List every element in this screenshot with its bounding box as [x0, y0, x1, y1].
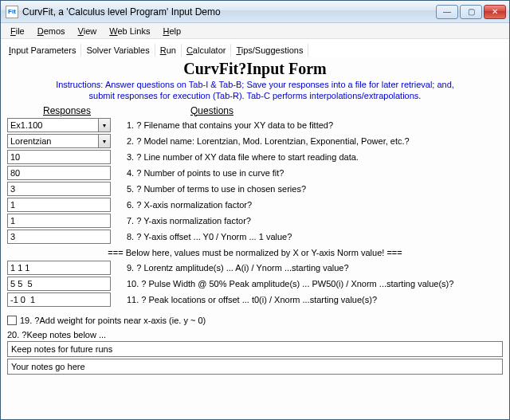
- form-area: CurvFit?Input Form Instructions: Answer …: [1, 57, 509, 419]
- header-questions: Questions: [127, 105, 503, 116]
- response-input[interactable]: [7, 214, 111, 228]
- response-input[interactable]: [7, 182, 111, 196]
- response-input[interactable]: [7, 277, 111, 291]
- input-row: 5. ? Number of terms to use in chosen se…: [7, 182, 503, 197]
- question-text: 2. ? Model name: Lorentzian, Mod. Lorent…: [111, 136, 503, 146]
- response-cell: ▾: [7, 134, 111, 148]
- form-title: CurvFit?Input Form: [7, 60, 503, 78]
- response-cell: [7, 292, 111, 307]
- response-input[interactable]: [7, 292, 111, 307]
- chevron-down-icon[interactable]: ▾: [98, 134, 111, 148]
- menubar: File Demos View Web Links Help: [1, 23, 509, 39]
- menu-file[interactable]: File: [4, 25, 31, 37]
- tab-solver-variables[interactable]: Solver Variables: [81, 44, 155, 57]
- window-controls: — ▢ ✕: [436, 5, 506, 19]
- menu-weblinks[interactable]: Web Links: [103, 25, 156, 37]
- question-text: 1. ? Filename that contains your XY data…: [111, 120, 503, 130]
- weight-checkbox-label: 19. ?Add weight for points near x-axis (…: [20, 316, 206, 325]
- combo-box[interactable]: ▾: [7, 134, 111, 148]
- menu-view[interactable]: View: [72, 25, 104, 37]
- response-cell: ▾: [7, 118, 111, 132]
- app-icon: Fit: [6, 6, 18, 18]
- notes-label: 20. ?Keep notes below ...: [7, 330, 503, 340]
- response-cell: [7, 150, 111, 164]
- input-row: ▾2. ? Model name: Lorentzian, Mod. Loren…: [7, 134, 503, 149]
- combo-input[interactable]: [7, 118, 98, 132]
- question-text: 6. ? X-axis normalization factor?: [111, 200, 503, 210]
- question-text: 7. ? Y-axis normalization factor?: [111, 216, 503, 226]
- header-responses: Responses: [7, 105, 127, 116]
- question-text: 5. ? Number of terms to use in chosen se…: [111, 184, 503, 194]
- maximize-button[interactable]: ▢: [460, 5, 482, 19]
- combo-box[interactable]: ▾: [7, 118, 111, 132]
- instructions: Instructions: Answer questions on Tab-I …: [7, 80, 503, 102]
- input-rows-group-1: ▾1. ? Filename that contains your XY dat…: [7, 118, 503, 245]
- notes-box-1[interactable]: Keep notes for future runs: [7, 341, 503, 357]
- question-text: 8. ? Y-axis offset ... Y0 / Ynorm ... 1 …: [111, 232, 503, 241]
- input-row: 4. ? Number of points to use in curve fi…: [7, 166, 503, 181]
- response-input[interactable]: [7, 166, 111, 180]
- response-cell: [7, 166, 111, 180]
- tab-bar: Input Parameters Solver Variables Run Ca…: [1, 39, 509, 57]
- question-text: 3. ? Line number of XY data file where t…: [111, 152, 503, 162]
- minimize-button[interactable]: —: [436, 5, 458, 19]
- question-text: 10. ? Pulse Width @ 50% Peak amplitude(s…: [111, 279, 503, 289]
- combo-input[interactable]: [7, 134, 98, 148]
- tab-tips[interactable]: Tips/Suggestions: [231, 44, 308, 57]
- menu-help[interactable]: Help: [156, 25, 187, 37]
- app-window: Fit CurvFit, a 'Calculus level Program' …: [0, 0, 510, 420]
- response-cell: [7, 277, 111, 291]
- input-row: 11. ? Peak locations or offset ... t0(i)…: [7, 292, 503, 308]
- input-row: 10. ? Pulse Width @ 50% Peak amplitude(s…: [7, 277, 503, 292]
- input-row: 7. ? Y-axis normalization factor?: [7, 214, 503, 229]
- response-cell: [7, 230, 111, 244]
- response-cell: [7, 182, 111, 196]
- weight-checkbox-row: 19. ?Add weight for points near x-axis (…: [7, 316, 503, 325]
- tab-input-parameters[interactable]: Input Parameters: [4, 44, 81, 57]
- input-rows-group-2: 9. ? Lorentz amplitude(s) ... A(i) / Yno…: [7, 261, 503, 308]
- close-button[interactable]: ✕: [484, 5, 506, 19]
- column-headers: Responses Questions: [7, 105, 503, 116]
- chevron-down-icon[interactable]: ▾: [98, 118, 111, 132]
- question-text: 11. ? Peak locations or offset ... t0(i)…: [111, 295, 503, 304]
- input-row: 8. ? Y-axis offset ... Y0 / Ynorm ... 1 …: [7, 230, 503, 245]
- notes-box-2[interactable]: Your notes go here: [7, 359, 503, 375]
- question-text: 4. ? Number of points to use in curve fi…: [111, 168, 503, 178]
- response-cell: [7, 261, 111, 275]
- weight-checkbox[interactable]: [7, 316, 17, 325]
- input-row: ▾1. ? Filename that contains your XY dat…: [7, 118, 503, 133]
- response-input[interactable]: [7, 230, 111, 244]
- question-text: 9. ? Lorentz amplitude(s) ... A(i) / Yno…: [111, 263, 503, 273]
- response-cell: [7, 198, 111, 212]
- window-title: CurvFit, a 'Calculus level Program' Inpu…: [22, 6, 436, 18]
- input-row: 6. ? X-axis normalization factor?: [7, 198, 503, 213]
- normalization-note: === Below here, values must be normalize…: [7, 248, 503, 257]
- response-input[interactable]: [7, 261, 111, 275]
- titlebar: Fit CurvFit, a 'Calculus level Program' …: [1, 1, 509, 23]
- response-input[interactable]: [7, 198, 111, 212]
- tab-calculator[interactable]: Calculator: [182, 44, 232, 57]
- input-row: 3. ? Line number of XY data file where t…: [7, 150, 503, 165]
- menu-demos[interactable]: Demos: [31, 25, 72, 37]
- response-cell: [7, 214, 111, 228]
- input-row: 9. ? Lorentz amplitude(s) ... A(i) / Yno…: [7, 261, 503, 276]
- tab-run[interactable]: Run: [155, 44, 182, 57]
- response-input[interactable]: [7, 150, 111, 164]
